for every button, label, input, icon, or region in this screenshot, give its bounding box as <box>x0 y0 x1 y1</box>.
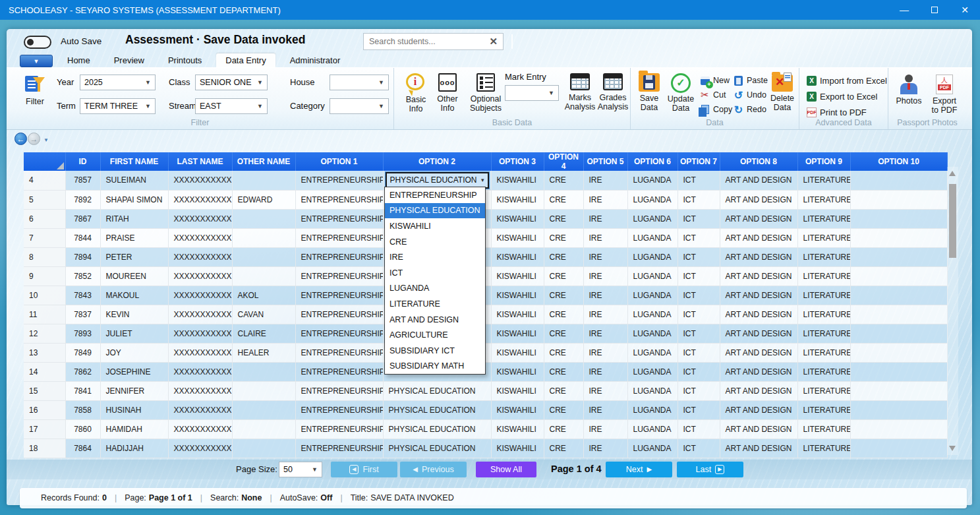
year-select[interactable]: 2025▼ <box>80 75 156 90</box>
import-from-excel-button[interactable]: XImport from Excel <box>806 75 888 86</box>
option-cell[interactable]: ICT <box>677 400 720 419</box>
id-cell[interactable]: 7862 <box>65 362 100 381</box>
option-cell[interactable] <box>850 439 947 458</box>
option-cell[interactable]: IRE <box>583 247 627 266</box>
option-cell[interactable]: ART AND DESIGN <box>720 400 797 419</box>
option-cell[interactable]: ICT <box>677 343 720 362</box>
cut-button[interactable]: ✂Cut <box>699 89 732 101</box>
option-cell[interactable]: ICT <box>677 286 720 305</box>
option-cell[interactable]: IRE <box>583 190 627 209</box>
option-cell[interactable]: ICT <box>677 381 720 400</box>
option-cell[interactable]: KISWAHILI <box>491 247 544 266</box>
dropdown-item[interactable]: SUBSIDIARY ICT <box>385 343 485 359</box>
option-cell[interactable]: CRE <box>544 286 583 305</box>
option-cell[interactable]: LITERATURE <box>797 343 850 362</box>
other-name-cell[interactable]: HEALER <box>232 343 295 362</box>
other-info-button[interactable]: ooo Other Info <box>432 73 463 113</box>
copy-button[interactable]: Copy <box>699 104 732 115</box>
other-name-cell[interactable]: CAVAN <box>232 305 295 324</box>
last-name-cell[interactable]: XXXXXXXXXXX <box>168 247 232 266</box>
option-cell[interactable]: LUGANDA <box>627 439 677 458</box>
option-cell[interactable] <box>850 190 947 209</box>
option-cell[interactable] <box>850 266 947 286</box>
col-header-other-name[interactable]: OTHER NAME <box>232 152 295 171</box>
other-name-cell[interactable] <box>232 419 295 439</box>
option-cell[interactable]: CRE <box>544 228 583 247</box>
option2-combobox[interactable]: PHYSICAL EDUCATION▾ <box>386 172 489 189</box>
last-name-cell[interactable]: XXXXXXXXXXX <box>168 419 232 439</box>
other-name-cell[interactable]: CLAIRE <box>232 324 295 343</box>
id-cell[interactable]: 7892 <box>65 190 100 209</box>
first-name-cell[interactable]: PRAISE <box>100 228 168 247</box>
option-cell[interactable]: ENTREPRENEURSHIP <box>295 171 383 190</box>
table-row[interactable]: 187864HADIJJAHXXXXXXXXXXXENTREPRENEURSHI… <box>24 439 947 458</box>
option-cell[interactable]: ART AND DESIGN <box>720 381 797 400</box>
option-cell[interactable]: ICT <box>677 190 720 209</box>
option-cell[interactable]: KISWAHILI <box>491 209 544 228</box>
option-cell[interactable]: ART AND DESIGN <box>720 439 797 458</box>
other-name-cell[interactable] <box>232 228 295 247</box>
other-name-cell[interactable]: AKOL <box>232 286 295 305</box>
dropdown-item[interactable]: LUGANDA <box>385 281 485 297</box>
option-cell[interactable]: ENTREPRENEURSHIP <box>295 419 383 439</box>
option-cell[interactable]: PHYSICAL EDUCATION <box>383 439 491 458</box>
option-cell[interactable]: LUGANDA <box>627 209 677 228</box>
dropdown-item[interactable]: IRE <box>385 249 485 265</box>
other-name-cell[interactable] <box>232 400 295 419</box>
option-cell[interactable]: IRE <box>583 286 627 305</box>
col-header-option-4[interactable]: OPTION 4 <box>544 152 583 171</box>
other-name-cell[interactable] <box>232 247 295 266</box>
col-header-option-9[interactable]: OPTION 9 <box>797 152 850 171</box>
col-header-option-7[interactable]: OPTION 7 <box>677 152 720 171</box>
option-cell[interactable]: LUGANDA <box>627 247 677 266</box>
tab-printouts[interactable]: Printouts <box>159 53 211 67</box>
last-name-cell[interactable]: XXXXXXXXXXX <box>168 362 232 381</box>
first-name-cell[interactable]: JENNIFER <box>100 381 168 400</box>
id-cell[interactable]: 7837 <box>65 305 100 324</box>
option-cell[interactable]: KISWAHILI <box>491 266 544 286</box>
option-cell[interactable]: ICT <box>677 228 720 247</box>
option-cell[interactable]: ART AND DESIGN <box>720 266 797 286</box>
option-cell[interactable]: CRE <box>544 381 583 400</box>
option-cell[interactable]: ICT <box>677 266 720 286</box>
app-menu-button[interactable]: ▼ <box>20 55 53 67</box>
option-cell[interactable] <box>850 419 947 439</box>
option-cell[interactable]: ENTREPRENEURSHIP <box>295 228 383 247</box>
grid-corner-cell[interactable] <box>24 152 65 171</box>
option-cell[interactable]: ICT <box>677 171 720 190</box>
first-name-cell[interactable]: MAKOUL <box>100 286 168 305</box>
last-name-cell[interactable]: XXXXXXXXXXX <box>168 228 232 247</box>
option-cell[interactable]: KISWAHILI <box>491 419 544 439</box>
dropdown-item[interactable]: LITERATURE <box>385 296 485 312</box>
maximize-button[interactable] <box>919 0 950 20</box>
option-cell[interactable]: LITERATURE <box>797 362 850 381</box>
option-cell[interactable]: KISWAHILI <box>491 190 544 209</box>
option-cell[interactable]: LUGANDA <box>627 266 677 286</box>
option-cell[interactable] <box>850 247 947 266</box>
dropdown-item[interactable]: ART AND DESIGN <box>385 312 485 328</box>
option-cell[interactable]: IRE <box>583 439 627 458</box>
col-header-option-10[interactable]: OPTION 10 <box>850 152 947 171</box>
row-number-cell[interactable]: 9 <box>24 266 65 286</box>
option-cell[interactable]: KISWAHILI <box>491 343 544 362</box>
stream-select[interactable]: EAST▼ <box>195 98 268 114</box>
house-select[interactable]: ▼ <box>330 75 389 90</box>
first-name-cell[interactable]: HAMIDAH <box>100 419 168 439</box>
option-cell[interactable] <box>850 209 947 228</box>
update-data-button[interactable]: ✓ Update Data <box>665 73 697 113</box>
autosave-toggle[interactable] <box>24 36 51 49</box>
other-name-cell[interactable] <box>232 362 295 381</box>
dropdown-item[interactable]: AGRICULTURE <box>385 327 485 343</box>
option-cell[interactable]: ART AND DESIGN <box>720 190 797 209</box>
option-cell[interactable]: ENTREPRENEURSHIP <box>295 247 383 266</box>
tab-preview[interactable]: Preview <box>105 53 154 67</box>
option-cell[interactable]: CRE <box>544 209 583 228</box>
last-name-cell[interactable]: XXXXXXXXXXX <box>168 324 232 343</box>
id-cell[interactable]: 7893 <box>65 324 100 343</box>
category-select[interactable]: ▼ <box>330 98 389 114</box>
last-name-cell[interactable]: XXXXXXXXXXX <box>168 400 232 419</box>
option-cell[interactable]: IRE <box>583 400 627 419</box>
option-cell[interactable]: ART AND DESIGN <box>720 362 797 381</box>
option-cell[interactable]: ENTREPRENEURSHIP <box>295 324 383 343</box>
option-cell[interactable]: CRE <box>544 419 583 439</box>
